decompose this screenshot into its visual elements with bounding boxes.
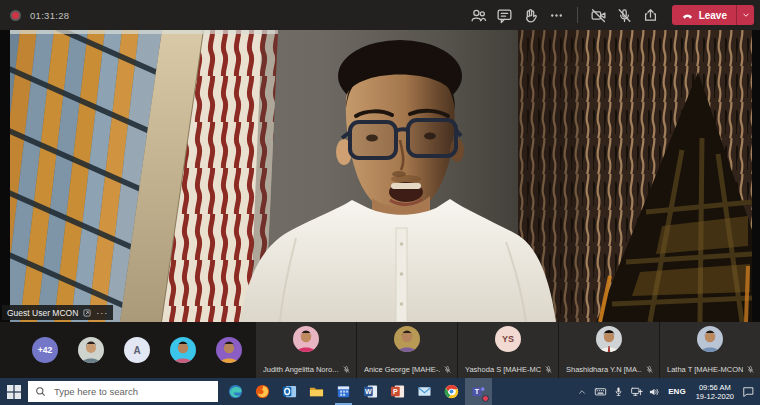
svg-text:T: T bbox=[475, 388, 480, 395]
svg-text:P: P bbox=[393, 388, 398, 395]
word-app-button[interactable]: W bbox=[357, 378, 384, 405]
chevron-down-icon bbox=[741, 10, 751, 20]
more-options-button[interactable] bbox=[548, 7, 565, 24]
svg-text:W: W bbox=[365, 388, 372, 395]
outlook-app-button[interactable] bbox=[276, 378, 303, 405]
network-button[interactable] bbox=[628, 378, 644, 405]
keyboard-icon bbox=[594, 385, 607, 398]
muted-mic-icon bbox=[645, 365, 654, 374]
touch-keyboard-button[interactable] bbox=[592, 378, 608, 405]
start-button[interactable] bbox=[0, 378, 28, 405]
system-tray: ENG 09:56 AM 19-12-2020 bbox=[574, 378, 760, 405]
leave-button-label: Leave bbox=[699, 10, 727, 21]
calendar-app-button[interactable] bbox=[330, 378, 357, 405]
participant-avatar bbox=[394, 326, 420, 352]
leave-options-button[interactable] bbox=[736, 5, 754, 25]
participant-avatar bbox=[293, 326, 319, 352]
teams-app-button[interactable]: T bbox=[465, 378, 492, 405]
participant-avatar[interactable] bbox=[170, 337, 196, 363]
participant-avatar bbox=[697, 326, 723, 352]
tray-mic-button[interactable] bbox=[610, 378, 626, 405]
folder-icon bbox=[309, 384, 324, 399]
participant-name: Anice George [MAHE-... bbox=[364, 365, 440, 374]
avatar-photo-icon bbox=[697, 326, 723, 352]
firefox-icon bbox=[255, 384, 270, 399]
initials-avatar[interactable]: A bbox=[124, 337, 150, 363]
calendar-icon bbox=[336, 384, 351, 399]
participant-tile[interactable]: Judith Angelitta Noro... bbox=[256, 322, 356, 378]
outlook-icon bbox=[282, 384, 297, 399]
volume-button[interactable] bbox=[646, 378, 662, 405]
chat-icon bbox=[496, 7, 513, 24]
firefox-app-button[interactable] bbox=[249, 378, 276, 405]
meeting-toolbar: 01:31:28 bbox=[0, 0, 760, 30]
chrome-icon bbox=[444, 384, 459, 399]
clock[interactable]: 09:56 AM 19-12-2020 bbox=[692, 383, 738, 401]
speaker-icon bbox=[648, 386, 660, 398]
windows-taskbar: W P bbox=[0, 378, 760, 405]
avatar-photo-icon bbox=[394, 326, 420, 352]
overflow-avatars: +42 A bbox=[0, 322, 256, 378]
raise-hand-button[interactable] bbox=[522, 7, 539, 24]
avatar-photo-icon bbox=[170, 337, 196, 363]
participants-filmstrip: +42 A bbox=[0, 322, 760, 378]
share-screen-button[interactable] bbox=[642, 7, 659, 24]
chrome-app-button[interactable] bbox=[438, 378, 465, 405]
leave-button[interactable]: Leave bbox=[672, 5, 736, 25]
speaker-name-pill: Guest User MCON ··· bbox=[2, 305, 113, 320]
participant-avatar[interactable] bbox=[78, 337, 104, 363]
search-input[interactable] bbox=[52, 385, 211, 398]
windows-logo-icon bbox=[7, 385, 21, 399]
overflow-count-badge[interactable]: +42 bbox=[32, 337, 58, 363]
camera-toggle-button[interactable] bbox=[590, 7, 607, 24]
action-center-icon bbox=[742, 385, 755, 398]
participant-initials-avatar: YS bbox=[495, 326, 521, 352]
speaker-name-label: Guest User MCON bbox=[7, 308, 78, 318]
participant-name: Latha T [MAHE-MCON] bbox=[667, 365, 743, 374]
participant-name: Judith Angelitta Noro... bbox=[263, 365, 339, 374]
participant-tile[interactable]: Shashidhara Y.N [MA... bbox=[559, 322, 659, 378]
muted-mic-icon bbox=[746, 365, 755, 374]
word-icon: W bbox=[363, 384, 378, 399]
mic-toggle-button[interactable] bbox=[616, 7, 633, 24]
hang-up-icon bbox=[681, 9, 694, 22]
teams-meeting-window: 01:31:28 bbox=[0, 0, 760, 405]
taskbar-search[interactable] bbox=[28, 381, 218, 402]
participants-button[interactable] bbox=[470, 7, 487, 24]
mail-icon bbox=[417, 384, 432, 399]
edge-app-button[interactable] bbox=[222, 378, 249, 405]
pinned-apps: W P bbox=[222, 378, 492, 405]
camera-off-icon bbox=[590, 7, 607, 24]
language-indicator[interactable]: ENG bbox=[664, 387, 689, 396]
main-video-stage[interactable]: Guest User MCON ··· bbox=[0, 30, 760, 322]
people-icon bbox=[470, 7, 487, 24]
notification-dot bbox=[482, 395, 489, 402]
search-icon bbox=[35, 386, 46, 397]
participant-tile[interactable]: Anice George [MAHE-... bbox=[357, 322, 457, 378]
tray-chevron-button[interactable] bbox=[574, 378, 590, 405]
pin-icon bbox=[82, 308, 92, 318]
powerpoint-icon: P bbox=[390, 384, 405, 399]
participant-avatar[interactable] bbox=[216, 337, 242, 363]
participant-name: Yashoda S [MAHE-MC... bbox=[465, 365, 541, 374]
participant-tile[interactable]: YS Yashoda S [MAHE-MC... bbox=[458, 322, 558, 378]
powerpoint-app-button[interactable]: P bbox=[384, 378, 411, 405]
action-center-button[interactable] bbox=[740, 378, 756, 405]
participant-avatar bbox=[596, 326, 622, 352]
tile-more-icon[interactable]: ··· bbox=[96, 309, 108, 317]
named-participant-tiles: Judith Angelitta Noro... Anice George [M… bbox=[256, 322, 760, 378]
chat-button[interactable] bbox=[496, 7, 513, 24]
mic-icon bbox=[613, 386, 624, 397]
network-icon bbox=[630, 385, 643, 398]
participant-name: Shashidhara Y.N [MA... bbox=[566, 365, 642, 374]
participant-tile[interactable]: Latha T [MAHE-MCON] bbox=[660, 322, 760, 378]
avatar-photo-icon bbox=[78, 337, 104, 363]
avatar-photo-icon bbox=[216, 337, 242, 363]
tray-time: 09:56 AM bbox=[699, 383, 731, 392]
file-explorer-app-button[interactable] bbox=[303, 378, 330, 405]
toolbar-divider bbox=[577, 7, 578, 23]
mail-app-button[interactable] bbox=[411, 378, 438, 405]
muted-mic-icon bbox=[342, 365, 351, 374]
chevron-up-icon bbox=[577, 387, 587, 397]
more-icon bbox=[548, 7, 565, 24]
